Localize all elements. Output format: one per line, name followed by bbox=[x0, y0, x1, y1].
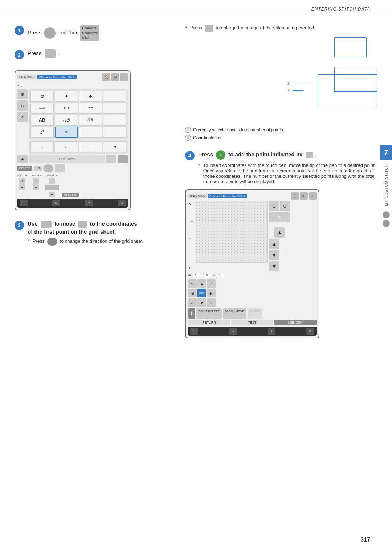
step4-green-btn[interactable]: + bbox=[216, 150, 225, 160]
ms-lg-nav-ur[interactable]: ↗ bbox=[207, 279, 216, 288]
step1-char-deco-button[interactable]: CharacterDecorativeStitch bbox=[80, 25, 99, 41]
step2-circle: 2 bbox=[15, 50, 24, 59]
step3-note-icon[interactable] bbox=[47, 238, 57, 246]
ms-lg-footer-sew[interactable]: ✂ bbox=[229, 328, 237, 335]
ms-lg-set-btn[interactable]: SET bbox=[197, 289, 206, 297]
step3-of-first: of the first point on the grid sheet. bbox=[28, 229, 116, 235]
ms-lg-memory-btn[interactable]: MEMORY bbox=[274, 320, 317, 325]
ms-lg-rect-btn[interactable]: ⬜ bbox=[269, 212, 290, 222]
ms-lg-tab-utility[interactable]: Utility Stitch bbox=[188, 194, 207, 198]
ms-arr-3[interactable]: ↔ bbox=[79, 141, 102, 152]
ms-lg-grid[interactable]: ⊞ bbox=[300, 192, 308, 200]
ms-arr-4[interactable]: ⇒ bbox=[103, 141, 126, 152]
ms-footer-menu[interactable]: ☰ bbox=[20, 200, 28, 206]
step2-header: 2 Press . bbox=[15, 49, 171, 59]
ms-cell-italic[interactable]: 𝒜𝐵 bbox=[55, 115, 78, 126]
ms-arr-2[interactable]: ← bbox=[55, 141, 78, 152]
ms-lg-return-btn[interactable]: RETURN bbox=[188, 320, 230, 325]
ms-cell-2[interactable]: ✦ bbox=[55, 91, 78, 102]
ms-lg-point-delete-btn[interactable]: POINT DELETE bbox=[196, 308, 222, 319]
ms-width-plus[interactable]: + bbox=[19, 178, 25, 184]
ms-home-icon[interactable]: 🏠 bbox=[102, 73, 110, 81]
ms-delete-btn[interactable]: DELETE bbox=[17, 166, 32, 171]
ms-lg-up-btn[interactable]: ▲ bbox=[274, 227, 285, 238]
step3-use: Use bbox=[28, 221, 38, 227]
step1-circle-icon[interactable] bbox=[44, 27, 56, 39]
ms-cell-pencil[interactable]: 🖊 bbox=[30, 127, 54, 138]
ms-lg-down2-btn[interactable]: ▼ bbox=[269, 261, 279, 271]
ms-cell-8[interactable] bbox=[103, 103, 126, 114]
ms-lg-nav-d[interactable]: ▼ bbox=[197, 298, 206, 307]
ms-lg-expand[interactable]: ⌂ bbox=[309, 192, 317, 200]
page-header: ENTERING STITCH DATA bbox=[0, 0, 392, 14]
ms-lg-stitch-icon[interactable]: ⦿ bbox=[188, 308, 195, 319]
ms-lg-test-btn[interactable]: TEST bbox=[231, 320, 273, 325]
ms-length-minus[interactable]: − bbox=[33, 184, 38, 190]
ms-left-icon-1[interactable]: ⊕ bbox=[17, 89, 28, 99]
ms-cell-empty2[interactable] bbox=[79, 127, 102, 138]
ms-lg-tab-char[interactable]: Character Decorative Stitch bbox=[208, 194, 247, 198]
ms-circle-btn[interactable] bbox=[43, 164, 53, 172]
ms-lg-nav-dl[interactable]: ↙ bbox=[188, 298, 197, 307]
ms-cell-pen-active[interactable]: ✏ bbox=[55, 127, 78, 138]
ms-arr-1[interactable]: → bbox=[30, 141, 54, 152]
right-note-icon[interactable] bbox=[205, 25, 213, 32]
ms-cell-4[interactable] bbox=[103, 91, 126, 102]
ms-cell-5[interactable]: ⟹ bbox=[30, 103, 54, 114]
ms-lg-footer-settings[interactable]: ⚙ bbox=[306, 328, 314, 335]
ms-sub-right[interactable] bbox=[106, 155, 116, 163]
ms-lg-down-btn[interactable]: ▼ bbox=[269, 250, 279, 260]
step4-container: 4 Press + to add the point indicated by … bbox=[185, 150, 377, 338]
ms-ls-btn[interactable]: L S bbox=[34, 166, 42, 171]
ms-left-icon-2[interactable]: ∩ bbox=[17, 100, 28, 111]
ms-lg-footer-help[interactable]: ? bbox=[268, 328, 275, 335]
ms-lg-home[interactable]: 🏠 bbox=[291, 192, 299, 200]
ms-cell-1[interactable]: ✿ bbox=[30, 91, 54, 102]
ms-expand-icon[interactable]: ⌂ bbox=[120, 73, 128, 81]
step3-icon[interactable] bbox=[41, 221, 52, 228]
ms-tension-plus[interactable]: + bbox=[49, 178, 54, 184]
ms-lg-input-0[interactable]: 0 bbox=[204, 273, 211, 278]
ms-cell-empty3[interactable] bbox=[103, 127, 126, 138]
ms-sub-far-right[interactable] bbox=[118, 155, 128, 163]
ms-cell-6[interactable]: ✦✦ bbox=[55, 103, 78, 114]
ms-cell-ab[interactable]: AB bbox=[30, 115, 54, 126]
ms-width-minus[interactable]: − bbox=[19, 184, 25, 190]
ms-lg-footer-menu[interactable]: ☰ bbox=[190, 328, 198, 335]
ms-lg-nav-ul[interactable]: ↖ bbox=[188, 279, 197, 288]
ms-lg-insert-btn[interactable]: INSERT bbox=[248, 308, 262, 319]
ms-footer-sew[interactable]: ✂ bbox=[52, 200, 60, 206]
ms-lg-nav-dr[interactable]: ↘ bbox=[207, 298, 216, 307]
ms-cell-empty1[interactable] bbox=[103, 115, 126, 126]
ms-lg-nav-l[interactable]: ◀ bbox=[188, 289, 197, 297]
ms-cell-7[interactable]: ≡≡ bbox=[79, 103, 102, 114]
ms-footer-settings[interactable]: ⚙ bbox=[118, 200, 126, 206]
utility-stitch-tab[interactable]: Utility Stitch bbox=[17, 75, 36, 79]
ms-lg-chart[interactable] bbox=[195, 201, 268, 263]
ms-lg-input-left[interactable]: 0 bbox=[193, 273, 200, 278]
ms-lg-block-move-btn[interactable]: BLOCK MOVE bbox=[223, 308, 246, 319]
ms-sub-1[interactable]: ⊕ bbox=[17, 155, 28, 163]
step2-icon[interactable] bbox=[45, 49, 56, 58]
ms-tension-minus[interactable]: − bbox=[49, 192, 54, 197]
ms-lg-nav-r[interactable]: ▶ bbox=[207, 289, 216, 297]
header-title: ENTERING STITCH DATA bbox=[311, 7, 370, 12]
ms-length-plus[interactable]: + bbox=[33, 178, 38, 184]
ms-lg-zoom-out[interactable]: ⊖ bbox=[280, 201, 290, 211]
ms-right-icon[interactable] bbox=[55, 164, 65, 172]
ms-lg-nav-u[interactable]: ▲ bbox=[197, 279, 206, 288]
ms-left-icon-3[interactable]: × bbox=[17, 112, 28, 122]
ms-grid-icon[interactable]: ⊞ bbox=[111, 73, 119, 81]
ms-cell-3[interactable]: ♣ bbox=[79, 91, 102, 102]
ms-footer-help[interactable]: ? bbox=[85, 200, 93, 206]
char-deco-stitch-tab[interactable]: Character Decorative Stitch bbox=[37, 75, 77, 79]
ms-cell-outline[interactable]: 𝔸𝔹 bbox=[79, 115, 102, 126]
ms-lg-up2-btn[interactable]: ▲ bbox=[269, 239, 279, 249]
side-icon-1 bbox=[383, 211, 390, 218]
ms-lg-zoom-in[interactable]: ⊕ bbox=[269, 201, 279, 211]
ms-tension-slider[interactable] bbox=[45, 185, 59, 190]
step3-icon2[interactable] bbox=[78, 221, 87, 228]
ms-memory-btn[interactable]: MEMORY bbox=[62, 193, 79, 197]
step4-icon[interactable] bbox=[306, 152, 313, 158]
ms-lg-input-right[interactable]: 0 bbox=[217, 273, 224, 278]
